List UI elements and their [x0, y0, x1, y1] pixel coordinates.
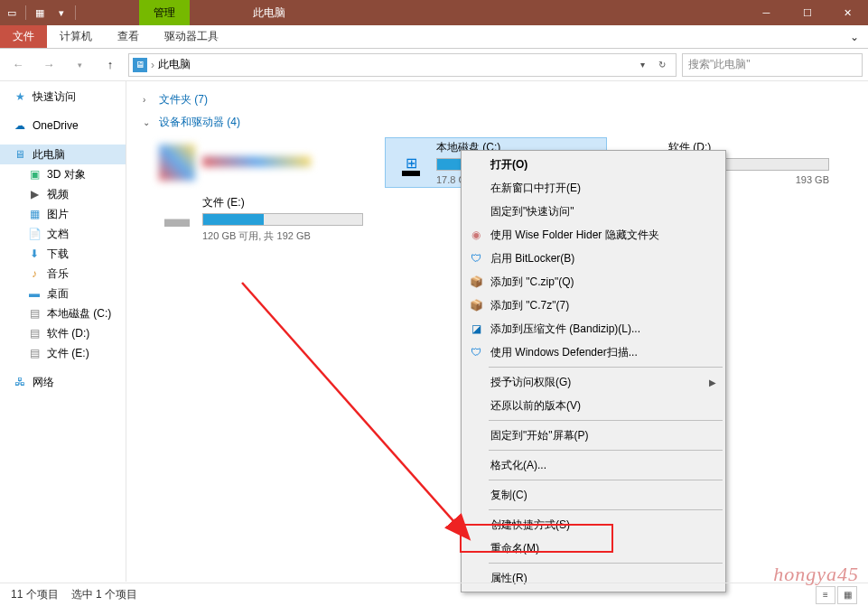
status-selected-count: 选中 1 个项目: [71, 587, 137, 602]
music-icon: ♪: [27, 266, 42, 281]
nav-up-button[interactable]: ↑: [98, 52, 123, 78]
sidebar-item-documents[interactable]: 📄文档: [0, 224, 126, 244]
tab-view[interactable]: 查看: [105, 25, 152, 48]
sidebar-item-drive-e[interactable]: ▤文件 (E:): [0, 343, 126, 363]
sidebar-this-pc[interactable]: 🖥此电脑: [0, 145, 126, 164]
removable-drive-icon: [159, 145, 195, 181]
menu-rename[interactable]: 重命名(M): [463, 536, 723, 560]
sidebar-onedrive[interactable]: ☁OneDrive: [0, 116, 126, 135]
drive-freespace: 120 GB 可用, 共 192 GB: [202, 229, 363, 243]
group-header-drives[interactable]: ⌄设备和驱动器 (4): [143, 115, 859, 130]
refresh-button[interactable]: ↻: [652, 55, 672, 75]
address-bar: ← → ▾ ↑ 🖥 › 此电脑 ▾ ↻ 搜索"此电脑": [0, 49, 868, 81]
navigation-pane: ★快速访问 ☁OneDrive 🖥此电脑 ▣3D 对象 ▶视频 ▦图片 📄文档 …: [0, 81, 126, 582]
menu-add-c7z[interactable]: 📦添加到 "C.7z"(7): [463, 294, 723, 317]
menu-defender[interactable]: 🛡使用 Windows Defender扫描...: [463, 340, 723, 364]
tab-computer[interactable]: 计算机: [47, 25, 105, 48]
drive-icon: ▬: [159, 200, 195, 237]
context-menu: 打开(O) 在新窗口中打开(E) 固定到"快速访问" ◉使用 Wise Fold…: [461, 150, 726, 592]
window-title: 此电脑: [253, 5, 285, 21]
video-icon: ▶: [27, 187, 42, 201]
sidebar-item-downloads[interactable]: ⬇下载: [0, 244, 126, 264]
cube-icon: ▣: [27, 167, 42, 182]
menu-open[interactable]: 打开(O): [463, 153, 723, 176]
menu-pin-quick[interactable]: 固定到"快速访问": [463, 200, 723, 223]
sidebar-network[interactable]: 🖧网络: [0, 372, 126, 392]
network-icon: 🖧: [13, 375, 27, 389]
menu-restore-version[interactable]: 还原以前的版本(V): [463, 394, 723, 417]
qat-properties-icon[interactable]: ▦: [30, 3, 50, 23]
pc-icon: 🖥: [13, 147, 27, 162]
explorer-icon[interactable]: ▭: [2, 3, 22, 23]
menu-format[interactable]: 格式化(A)...: [463, 453, 723, 477]
menu-create-shortcut[interactable]: 创建快捷方式(S): [463, 513, 723, 536]
qat-dropdown-icon[interactable]: ▾: [51, 3, 71, 23]
capacity-bar: [202, 213, 363, 226]
document-icon: 📄: [27, 227, 42, 241]
drive-e[interactable]: ▬ 文件 (E:) 120 GB 可用, 共 192 GB: [152, 193, 374, 244]
sidebar-quick-access[interactable]: ★快速访问: [0, 87, 126, 107]
menu-bitlocker[interactable]: 🛡启用 BitLocker(B): [463, 247, 723, 270]
breadcrumb[interactable]: 此电脑: [154, 57, 194, 72]
picture-icon: ▦: [27, 207, 42, 221]
star-icon: ★: [13, 89, 27, 104]
sidebar-item-3d[interactable]: ▣3D 对象: [0, 164, 126, 184]
ribbon-expand-button[interactable]: ⌄: [841, 25, 868, 48]
view-icons-button[interactable]: ▦: [837, 586, 857, 604]
tab-file[interactable]: 文件: [0, 25, 47, 48]
drive-removable[interactable]: [152, 137, 374, 188]
sidebar-item-drive-c[interactable]: ▤本地磁盘 (C:): [0, 303, 126, 323]
sidebar-item-drive-d[interactable]: ▤软件 (D:): [0, 323, 126, 343]
windows-drive-icon: ⊞▬: [393, 145, 429, 181]
eye-icon: ◉: [469, 228, 483, 242]
ribbon-tabs: 文件 计算机 查看 驱动器工具 ⌄: [0, 25, 868, 49]
nav-recent-button[interactable]: ▾: [67, 52, 92, 78]
nav-back-button[interactable]: ←: [5, 52, 31, 78]
minimize-button[interactable]: ─: [746, 0, 787, 25]
view-details-button[interactable]: ≡: [816, 586, 835, 604]
maximize-button[interactable]: ☐: [787, 0, 827, 25]
close-button[interactable]: ✕: [827, 0, 868, 25]
drive-name: 文件 (E:): [202, 195, 363, 210]
address-history-button[interactable]: ▾: [632, 55, 652, 75]
shield-icon: 🛡: [469, 251, 483, 266]
drive-icon: ▤: [27, 346, 42, 360]
drive-icon: ▤: [27, 306, 42, 321]
sidebar-item-desktop[interactable]: ▬桌面: [0, 284, 126, 303]
sidebar-item-music[interactable]: ♪音乐: [0, 264, 126, 284]
menu-bandizip[interactable]: ◪添加到压缩文件 (Bandizip)(L)...: [463, 317, 723, 340]
group-header-folders[interactable]: ›文件夹 (7): [143, 92, 859, 107]
menu-wise-hider[interactable]: ◉使用 Wise Folder Hider 隐藏文件夹: [463, 223, 723, 247]
nav-forward-button: →: [36, 52, 61, 78]
menu-pin-start[interactable]: 固定到"开始"屏幕(P): [463, 424, 723, 447]
menu-open-new-window[interactable]: 在新窗口中打开(E): [463, 176, 723, 200]
status-item-count: 11 个项目: [11, 587, 59, 602]
sidebar-item-pictures[interactable]: ▦图片: [0, 204, 126, 224]
title-bar: ▭ ▦ ▾ 管理 此电脑 ─ ☐ ✕: [0, 0, 868, 25]
sidebar-item-videos[interactable]: ▶视频: [0, 184, 126, 204]
address-box[interactable]: 🖥 › 此电脑 ▾ ↻: [128, 53, 677, 77]
menu-copy[interactable]: 复制(C): [463, 483, 723, 507]
defender-icon: 🛡: [469, 345, 483, 359]
download-icon: ⬇: [27, 247, 42, 261]
archive-icon: 📦: [469, 275, 483, 289]
search-input[interactable]: 搜索"此电脑": [682, 53, 863, 77]
status-bar: 11 个项目 选中 1 个项目 ≡ ▦: [0, 583, 868, 606]
tab-drive-tools[interactable]: 驱动器工具: [152, 25, 231, 48]
cloud-icon: ☁: [13, 118, 27, 133]
chevron-right-icon: ▶: [709, 378, 716, 387]
desktop-icon: ▬: [27, 286, 42, 301]
chevron-right-icon: ›: [143, 95, 154, 105]
menu-add-czip[interactable]: 📦添加到 "C.zip"(Q): [463, 270, 723, 294]
pc-icon: 🖥: [133, 58, 147, 72]
menu-grant-access[interactable]: 授予访问权限(G)▶: [463, 370, 723, 394]
search-placeholder: 搜索"此电脑": [688, 57, 751, 72]
drive-icon: ▤: [27, 326, 42, 340]
chevron-down-icon: ⌄: [143, 117, 154, 127]
bandizip-icon: ◪: [469, 322, 483, 336]
contextual-tab-label: 管理: [139, 0, 190, 25]
quick-access-toolbar: ▭ ▦ ▾: [0, 3, 79, 23]
archive-icon: 📦: [469, 298, 483, 312]
